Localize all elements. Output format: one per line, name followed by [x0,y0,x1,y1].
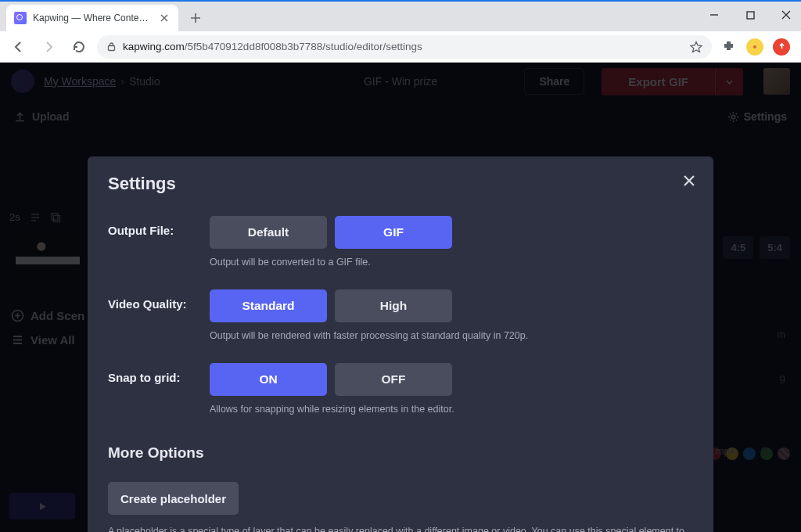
extension-badge-icon[interactable] [746,38,763,56]
browser-toolbar: kapwing.com/5f5b470912dd8f008b3b7788/stu… [0,31,801,63]
settings-modal: Settings Output File: Default GIF Output… [88,156,713,532]
url-path: /5f5b470912dd8f008b3b7788/studio/editor/… [185,41,422,52]
favicon-icon [14,12,27,24]
create-placeholder-button[interactable]: Create placeholder [108,482,239,515]
modal-close-button[interactable] [679,171,699,191]
snap-on-button[interactable]: ON [210,363,327,396]
lock-icon [106,41,117,52]
output-file-label: Output File: [108,216,210,237]
modal-title: Settings [108,174,693,194]
extension-upload-icon[interactable] [773,38,790,56]
snap-hint: Allows for snapping while resizing eleme… [210,404,693,415]
bookmark-icon[interactable] [690,41,702,53]
more-options-heading: More Options [108,444,693,462]
svg-point-2 [753,45,756,49]
snap-label: Snap to grid: [108,363,210,384]
window-maximize-button[interactable] [740,5,760,25]
output-gif-button[interactable]: GIF [335,216,452,249]
video-quality-label: Video Quality: [108,289,210,311]
svg-rect-1 [109,46,115,51]
window-close-button[interactable] [776,5,796,25]
back-button[interactable] [8,36,30,58]
new-tab-button[interactable] [185,7,207,29]
window-minimize-button[interactable] [704,5,724,25]
editor-app: My Workspace›Studio GIF - Win prize Shar… [0,63,801,532]
tab-title: Kapwing — Where Content Crea [33,13,152,23]
address-bar[interactable]: kapwing.com/5f5b470912dd8f008b3b7788/stu… [97,35,712,59]
output-default-button[interactable]: Default [210,216,327,249]
close-tab-icon[interactable] [158,12,171,24]
browser-tabbar: Kapwing — Where Content Crea [0,2,801,31]
quality-high-button[interactable]: High [335,289,452,322]
close-icon [682,174,696,188]
quality-standard-button[interactable]: Standard [210,289,327,322]
output-hint: Output will be converted to a GIF file. [210,257,693,268]
placeholder-description: A placeholder is a special type of layer… [108,524,687,532]
quality-hint: Output will be rendered with faster proc… [210,330,693,341]
forward-button[interactable] [38,36,59,58]
url-host: kapwing.com [123,41,185,52]
svg-rect-0 [747,12,754,19]
reload-button[interactable] [67,36,89,58]
browser-tab[interactable]: Kapwing — Where Content Crea [6,5,178,31]
extensions-icon[interactable] [720,38,737,56]
snap-off-button[interactable]: OFF [335,363,452,396]
